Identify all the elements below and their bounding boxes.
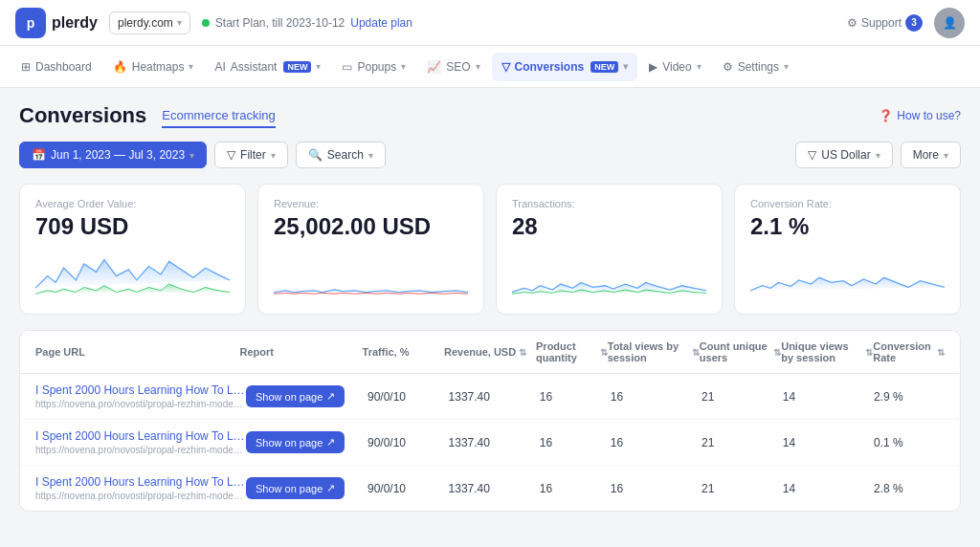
settings-icon: ⚙ [723, 60, 733, 74]
domain-label: plerdy.com [118, 16, 173, 30]
external-link-icon-2: ↗ [326, 482, 335, 494]
report-cell-1: Show on page ↗ [246, 431, 368, 453]
stat-card-aov: Average Order Value: 709 USD [19, 184, 246, 315]
show-on-page-label-1: Show on page [256, 437, 323, 449]
th-product-qty[interactable]: Product quantity ⇅ [536, 340, 608, 363]
revenue-cell-1: 1337.40 [449, 436, 540, 449]
revenue-cell-0: 1337.40 [449, 390, 540, 404]
main-content: Conversions Ecommerce tracking ❓ How to … [0, 88, 980, 527]
sort-icon-unique-users: ⇅ [773, 347, 781, 358]
popups-chevron-icon: ▾ [401, 61, 406, 72]
stat-value-aov: 709 USD [35, 213, 230, 240]
th-unique-users[interactable]: Count unique users ⇅ [700, 340, 781, 363]
th-page-url: Page URL [35, 340, 239, 363]
th-total-views-label: Total views by session [608, 340, 689, 363]
show-on-page-button-0[interactable]: Show on page ↗ [246, 385, 345, 407]
more-chevron-icon: ▾ [944, 150, 948, 161]
nav-item-popups[interactable]: ▭ Popups ▾ [332, 53, 415, 81]
date-chevron-icon: ▾ [189, 150, 194, 161]
currency-icon: ▽ [808, 148, 816, 162]
plan-info: Start Plan, till 2023-10-12 Update plan [202, 16, 412, 30]
table-row: I Spent 2000 Hours Learning How To Learn… [20, 420, 960, 466]
nav-item-dashboard[interactable]: ⊞ Dashboard [11, 53, 101, 81]
th-report-label: Report [239, 346, 273, 358]
table-header: Page URL Report Traffic, % Revenue, USD … [20, 331, 960, 374]
sort-icon-conversion-rate: ⇅ [937, 347, 945, 358]
nav-item-assistant[interactable]: AI Assistant NEW ▾ [205, 53, 330, 81]
url-title-0[interactable]: I Spent 2000 Hours Learning How To Learn… [35, 383, 246, 397]
stat-label-revenue: Revenue: [274, 198, 468, 209]
total-views-cell-0: 16 [611, 390, 702, 404]
filter-chevron-icon: ▾ [271, 150, 276, 161]
unique-views-cell-2: 14 [783, 482, 874, 495]
filter-bar: 📅 Jun 1, 2023 — Jul 3, 2023 ▾ ▽ Filter ▾… [19, 142, 961, 168]
total-views-cell-2: 16 [611, 482, 702, 495]
currency-button[interactable]: ▽ US Dollar ▾ [795, 142, 892, 168]
th-conversion-rate[interactable]: Conversion Rate ⇅ [873, 340, 945, 363]
update-plan-link[interactable]: Update plan [350, 16, 412, 30]
chart-cr [750, 248, 945, 300]
url-path-0: https://novena.pro/novosti/propal-rezhim… [35, 399, 246, 409]
th-total-views[interactable]: Total views by session ⇅ [608, 340, 700, 363]
logo: p plerdy [15, 8, 98, 38]
heatmaps-chevron-icon: ▾ [189, 61, 193, 72]
date-range-button[interactable]: 📅 Jun 1, 2023 — Jul 3, 2023 ▾ [19, 142, 207, 168]
th-unique-views[interactable]: Unique views by session ⇅ [781, 340, 873, 363]
unique-users-cell-1: 21 [702, 436, 783, 449]
logo-icon: p [15, 8, 46, 38]
search-chevron-icon: ▾ [368, 150, 373, 161]
nav-label-popups: Popups [357, 60, 396, 74]
assistant-new-badge: NEW [283, 61, 311, 73]
more-button[interactable]: More ▾ [901, 142, 961, 168]
plan-text: Start Plan, till 2023-10-12 [215, 16, 345, 30]
th-product-qty-label: Product quantity [536, 340, 597, 363]
nav-label-assistant: Assistant [231, 60, 278, 74]
domain-selector[interactable]: plerdy.com ▾ [109, 11, 190, 34]
support-button[interactable]: ⚙ Support 3 [847, 14, 923, 32]
show-on-page-button-2[interactable]: Show on page ↗ [246, 477, 345, 499]
how-to-use-link[interactable]: ❓ How to use? [879, 109, 961, 122]
th-revenue[interactable]: Revenue, USD ⇅ [444, 340, 536, 363]
video-icon: ▶ [649, 60, 657, 74]
th-page-url-label: Page URL [35, 346, 85, 358]
nav-item-video[interactable]: ▶ Video ▾ [639, 53, 710, 81]
stat-value-transactions: 28 [512, 213, 706, 240]
nav-label-settings: Settings [738, 60, 779, 74]
filter-button[interactable]: ▽ Filter ▾ [214, 142, 288, 168]
product-qty-cell-0: 16 [540, 390, 611, 404]
table-row: I Spent 2000 Hours Learning How To Learn… [20, 374, 960, 420]
nav-label-conversions: Conversions [515, 60, 585, 74]
url-title-2[interactable]: I Spent 2000 Hours Learning How To Learn… [35, 475, 246, 489]
url-title-1[interactable]: I Spent 2000 Hours Learning How To Learn… [35, 429, 246, 443]
url-path-2: https://novena.pro/novosti/propal-rezhim… [35, 491, 246, 501]
avatar[interactable]: 👤 [934, 8, 965, 38]
show-on-page-button-1[interactable]: Show on page ↗ [246, 431, 345, 453]
stat-label-cr: Conversion Rate: [750, 198, 945, 209]
url-path-1: https://novena.pro/novosti/propal-rezhim… [35, 445, 246, 455]
domain-chevron-icon: ▾ [177, 17, 182, 28]
conversions-new-badge: NEW [590, 61, 618, 73]
how-to-label: How to use? [897, 109, 961, 122]
th-unique-views-label: Unique views by session [781, 340, 862, 363]
url-cell-0: I Spent 2000 Hours Learning How To Learn… [35, 383, 246, 409]
conversions-icon: ▽ [501, 60, 510, 74]
stat-card-revenue: Revenue: 25,002.00 USD [257, 184, 484, 315]
topbar-right: ⚙ Support 3 👤 [847, 8, 965, 38]
nav-item-seo[interactable]: 📈 SEO ▾ [417, 53, 489, 81]
nav-item-heatmaps[interactable]: 🔥 Heatmaps ▾ [103, 53, 204, 81]
heatmaps-icon: 🔥 [113, 60, 127, 74]
currency-label: US Dollar [821, 148, 870, 162]
th-unique-users-label: Count unique users [700, 340, 770, 363]
support-badge: 3 [905, 14, 923, 32]
search-label: Search [327, 148, 364, 162]
search-icon: 🔍 [308, 148, 323, 162]
nav-item-conversions[interactable]: ▽ Conversions NEW ▾ [492, 53, 638, 81]
total-views-cell-1: 16 [611, 436, 702, 449]
stat-value-cr: 2.1 % [750, 213, 945, 240]
url-cell-1: I Spent 2000 Hours Learning How To Learn… [35, 429, 246, 455]
search-button[interactable]: 🔍 Search ▾ [296, 142, 386, 168]
page-tab-ecommerce[interactable]: Ecommerce tracking [162, 104, 275, 128]
calendar-icon: 📅 [32, 148, 46, 162]
external-link-icon-0: ↗ [326, 390, 335, 403]
nav-item-settings[interactable]: ⚙ Settings ▾ [713, 53, 798, 81]
